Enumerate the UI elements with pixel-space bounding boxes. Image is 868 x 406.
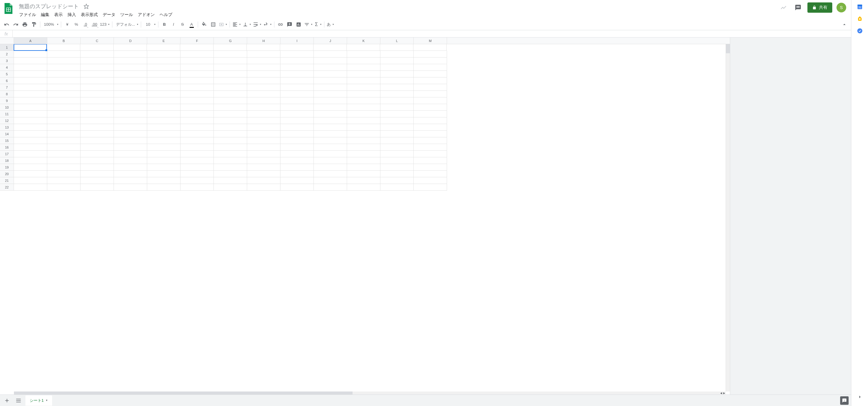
column-header[interactable]: G — [214, 37, 247, 44]
cell[interactable] — [280, 144, 314, 151]
cell[interactable] — [147, 91, 181, 97]
cell[interactable] — [114, 177, 147, 184]
cell[interactable] — [280, 151, 314, 157]
cell[interactable] — [47, 131, 81, 137]
cell[interactable] — [181, 104, 214, 111]
all-sheets-button[interactable] — [14, 396, 23, 405]
cell[interactable] — [14, 97, 47, 104]
row-header[interactable]: 1 — [0, 44, 14, 51]
cell[interactable] — [247, 64, 280, 71]
cell[interactable] — [314, 71, 347, 77]
cell[interactable] — [414, 137, 447, 144]
cell[interactable] — [347, 51, 380, 58]
cell[interactable] — [14, 124, 47, 131]
cell[interactable] — [347, 144, 380, 151]
cell[interactable] — [114, 51, 147, 58]
cell[interactable] — [214, 177, 247, 184]
cell[interactable] — [47, 151, 81, 157]
cell[interactable] — [380, 71, 414, 77]
row-header[interactable]: 6 — [0, 77, 14, 84]
cell[interactable] — [147, 51, 181, 58]
cell[interactable] — [14, 51, 47, 58]
sheets-logo[interactable] — [2, 2, 14, 14]
menu-addons[interactable]: アドオン — [136, 11, 157, 19]
column-header[interactable]: F — [181, 37, 214, 44]
cell[interactable] — [81, 117, 114, 124]
cell[interactable] — [414, 164, 447, 171]
cell[interactable] — [14, 91, 47, 97]
cell[interactable] — [247, 144, 280, 151]
cell[interactable] — [181, 131, 214, 137]
cell[interactable] — [347, 124, 380, 131]
cell[interactable] — [314, 77, 347, 84]
sheet-tab[interactable]: シート1 ▼ — [26, 396, 52, 406]
font-size-select[interactable]: 10▼ — [143, 21, 156, 28]
cell[interactable] — [81, 144, 114, 151]
cell[interactable] — [414, 157, 447, 164]
cell[interactable] — [147, 151, 181, 157]
cell[interactable] — [280, 131, 314, 137]
column-header[interactable]: B — [47, 37, 81, 44]
cell[interactable] — [114, 144, 147, 151]
cell[interactable] — [314, 157, 347, 164]
sheet-tab-menu-icon[interactable]: ▼ — [45, 399, 48, 402]
cell[interactable] — [214, 84, 247, 91]
horizontal-scrollbar[interactable] — [14, 392, 720, 395]
filter-button[interactable]: ▼ — [304, 21, 313, 28]
cell[interactable] — [247, 124, 280, 131]
cell[interactable] — [147, 184, 181, 191]
cell[interactable] — [247, 164, 280, 171]
cell[interactable] — [114, 44, 147, 51]
cell[interactable] — [47, 71, 81, 77]
cell[interactable] — [81, 151, 114, 157]
cell[interactable] — [414, 71, 447, 77]
row-header[interactable]: 13 — [0, 124, 14, 131]
cell[interactable] — [380, 151, 414, 157]
cell[interactable] — [13, 44, 47, 51]
row-header[interactable]: 17 — [0, 151, 14, 157]
cell[interactable] — [147, 58, 181, 64]
cell[interactable] — [280, 164, 314, 171]
cell[interactable] — [347, 71, 380, 77]
cell[interactable] — [180, 44, 214, 51]
cell[interactable] — [14, 177, 47, 184]
cell[interactable] — [47, 77, 81, 84]
cell[interactable] — [181, 124, 214, 131]
print-button[interactable] — [21, 21, 29, 28]
column-header[interactable]: J — [314, 37, 347, 44]
cell[interactable] — [214, 97, 247, 104]
cell[interactable] — [280, 97, 314, 104]
cell[interactable] — [414, 111, 447, 117]
cell[interactable] — [214, 91, 247, 97]
cell[interactable] — [14, 137, 47, 144]
cell[interactable] — [214, 151, 247, 157]
cell[interactable] — [347, 137, 380, 144]
row-header[interactable]: 15 — [0, 137, 14, 144]
row-header[interactable]: 7 — [0, 84, 14, 91]
cell[interactable] — [247, 151, 280, 157]
cell[interactable] — [114, 117, 147, 124]
document-title[interactable]: 無題のスプレッドシート — [17, 2, 81, 10]
cell[interactable] — [214, 64, 247, 71]
cell[interactable] — [14, 117, 47, 124]
cell[interactable] — [47, 51, 81, 58]
cell[interactable] — [347, 91, 380, 97]
cell[interactable] — [114, 77, 147, 84]
cell[interactable] — [181, 177, 214, 184]
cell[interactable] — [314, 184, 347, 191]
cell[interactable] — [81, 124, 114, 131]
cell[interactable] — [147, 137, 181, 144]
cell[interactable] — [414, 177, 447, 184]
cell[interactable] — [414, 151, 447, 157]
cell[interactable] — [314, 51, 347, 58]
cell[interactable] — [280, 137, 314, 144]
redo-button[interactable] — [11, 21, 20, 28]
cell[interactable] — [314, 91, 347, 97]
cell[interactable] — [47, 177, 81, 184]
cell[interactable] — [81, 111, 114, 117]
cell[interactable] — [314, 137, 347, 144]
cell[interactable] — [14, 131, 47, 137]
italic-button[interactable]: I — [169, 21, 178, 28]
cell[interactable] — [247, 137, 280, 144]
cell[interactable] — [380, 104, 414, 111]
